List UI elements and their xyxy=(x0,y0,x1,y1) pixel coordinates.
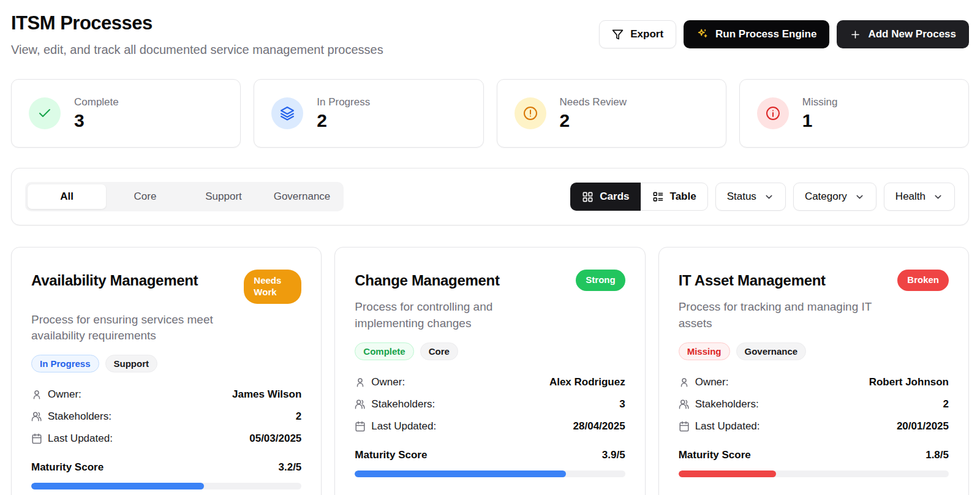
filter-controls: Cards Table Status Category xyxy=(570,183,955,211)
category-tag: Support xyxy=(105,355,158,372)
last-updated-row: Last Updated: 05/03/2025 xyxy=(31,433,301,445)
page-title: ITSM Processes xyxy=(11,9,383,34)
process-card-description: Process for ensuring services meet avail… xyxy=(31,312,239,345)
stat-label: Missing xyxy=(802,96,838,108)
calendar-icon xyxy=(679,421,690,432)
view-cards-button[interactable]: Cards xyxy=(570,183,640,211)
maturity-progress-track xyxy=(355,470,625,477)
stakeholders-value: 2 xyxy=(943,398,949,410)
last-updated-row: Last Updated: 20/01/2025 xyxy=(679,420,949,433)
maturity-progress-fill xyxy=(31,483,204,489)
process-card-availability-management[interactable]: Availability Management Needs Work Proce… xyxy=(11,247,322,495)
header-text: ITSM Processes View, edit, and track all… xyxy=(11,9,383,57)
add-new-process-label: Add New Process xyxy=(868,28,956,40)
tab-governance[interactable]: Governance xyxy=(263,184,341,209)
health-badge: Strong xyxy=(576,270,625,291)
process-cards-grid: Availability Management Needs Work Proce… xyxy=(11,247,969,495)
category-tabs: All Core Support Governance xyxy=(25,182,344,211)
status-dropdown-label: Status xyxy=(727,191,756,203)
last-updated-value: 28/04/2025 xyxy=(573,420,625,433)
grid-icon xyxy=(582,191,594,203)
export-button[interactable]: Export xyxy=(599,20,676,48)
run-process-engine-button[interactable]: Run Process Engine xyxy=(684,20,829,48)
info-icon xyxy=(757,97,789,129)
process-card-change-management[interactable]: Change Management Strong Process for con… xyxy=(334,247,645,495)
category-dropdown[interactable]: Category xyxy=(793,183,876,211)
maturity-progress-track xyxy=(679,470,949,477)
last-updated-value: 20/01/2025 xyxy=(897,420,949,433)
users-icon xyxy=(679,399,690,410)
maturity-score-value: 3.9/5 xyxy=(602,449,625,461)
stakeholders-label: Stakeholders: xyxy=(695,398,759,410)
maturity-progress-fill xyxy=(679,470,776,477)
stat-value: 2 xyxy=(317,110,370,131)
owner-label: Owner: xyxy=(48,388,81,401)
last-updated-value: 05/03/2025 xyxy=(249,433,301,445)
owner-value: James Wilson xyxy=(232,388,301,401)
sparkles-icon xyxy=(696,28,709,40)
maturity-score-value: 3.2/5 xyxy=(279,461,302,474)
page-header: ITSM Processes View, edit, and track all… xyxy=(11,9,969,57)
stat-value: 3 xyxy=(74,110,119,131)
process-card-description: Process for tracking and managing IT ass… xyxy=(679,299,887,332)
owner-value: Robert Johnson xyxy=(869,376,949,388)
user-icon xyxy=(679,377,690,388)
health-badge: Needs Work xyxy=(244,270,301,304)
stakeholders-row: Stakeholders: 3 xyxy=(355,398,625,410)
add-new-process-button[interactable]: Add New Process xyxy=(837,20,969,48)
status-dropdown[interactable]: Status xyxy=(715,183,786,211)
view-toggle: Cards Table xyxy=(570,183,707,211)
plus-icon xyxy=(850,29,861,40)
category-tag: Governance xyxy=(736,342,807,360)
owner-row: Owner: Alex Rodriguez xyxy=(355,376,625,388)
tab-core[interactable]: Core xyxy=(106,184,184,209)
stakeholders-row: Stakeholders: 2 xyxy=(31,410,301,423)
export-button-label: Export xyxy=(630,28,663,40)
process-card-description: Process for controlling and implementing… xyxy=(355,299,563,332)
filter-bar: All Core Support Governance Cards Table xyxy=(11,168,969,225)
stat-card-in-progress: In Progress 2 xyxy=(254,79,483,148)
stat-label: In Progress xyxy=(317,96,370,108)
tab-all[interactable]: All xyxy=(28,184,106,209)
chevron-down-icon xyxy=(764,192,774,202)
chevron-down-icon xyxy=(854,192,865,202)
stat-value: 1 xyxy=(802,110,838,131)
owner-row: Owner: James Wilson xyxy=(31,388,301,401)
stakeholders-label: Stakeholders: xyxy=(48,410,111,423)
owner-row: Owner: Robert Johnson xyxy=(679,376,949,388)
user-icon xyxy=(31,389,42,400)
stat-card-missing: Missing 1 xyxy=(739,79,969,148)
stat-card-needs-review: Needs Review 2 xyxy=(497,79,726,148)
last-updated-label: Last Updated: xyxy=(695,420,760,433)
process-card-title: Availability Management xyxy=(31,272,198,289)
category-tag: Core xyxy=(420,342,458,360)
process-card-it-asset-management[interactable]: IT Asset Management Broken Process for t… xyxy=(658,247,969,495)
owner-label: Owner: xyxy=(371,376,405,388)
page-subtitle: View, edit, and track all documented ser… xyxy=(11,43,383,57)
maturity-progress-fill xyxy=(355,470,565,477)
calendar-icon xyxy=(31,433,42,444)
run-process-engine-label: Run Process Engine xyxy=(715,28,816,40)
stakeholders-value: 3 xyxy=(619,398,625,410)
header-actions: Export Run Process Engine Add New Proces… xyxy=(599,9,969,48)
view-table-label: Table xyxy=(670,191,696,203)
maturity-score-label: Maturity Score xyxy=(31,461,104,474)
last-updated-label: Last Updated: xyxy=(371,420,436,433)
health-dropdown[interactable]: Health xyxy=(884,183,955,211)
stat-label: Needs Review xyxy=(560,96,627,108)
tab-support[interactable]: Support xyxy=(184,184,263,209)
maturity-score-value: 1.8/5 xyxy=(925,449,949,461)
filter-funnel-icon xyxy=(612,29,624,40)
category-dropdown-label: Category xyxy=(805,191,847,203)
stat-card-complete: Complete 3 xyxy=(11,79,241,148)
view-cards-label: Cards xyxy=(600,191,629,203)
users-icon xyxy=(355,399,366,410)
owner-value: Alex Rodriguez xyxy=(549,376,625,388)
maturity-progress-track xyxy=(31,483,301,489)
page: ITSM Processes View, edit, and track all… xyxy=(0,0,980,495)
users-icon xyxy=(31,411,42,422)
process-card-title: Change Management xyxy=(355,272,499,289)
layers-icon xyxy=(271,97,303,129)
last-updated-row: Last Updated: 28/04/2025 xyxy=(355,420,625,433)
view-table-button[interactable]: Table xyxy=(641,183,708,211)
